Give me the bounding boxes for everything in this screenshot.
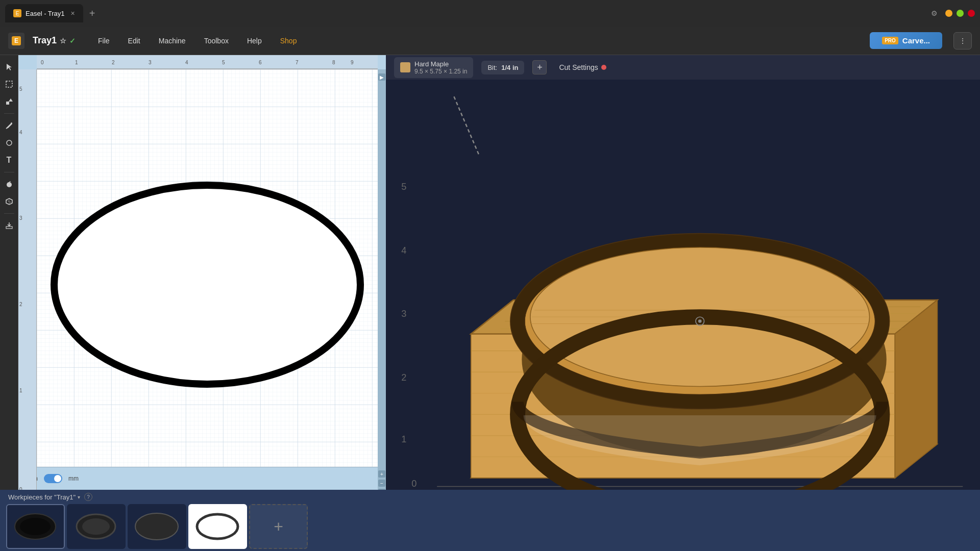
toolbar-separator-2 (4, 172, 14, 172)
tool-circle[interactable] (2, 135, 17, 151)
workpiece-item-2[interactable] (67, 504, 126, 549)
menu-file[interactable]: File (94, 35, 114, 47)
zoom-out-button[interactable]: − (378, 480, 385, 487)
browser-chrome: E Easel - Tray1 × + ⚙ (0, 0, 980, 27)
browser-controls: ⚙ (930, 9, 975, 17)
svg-point-82 (82, 518, 110, 535)
svg-text:5: 5 (401, 181, 406, 192)
svg-text:8: 8 (332, 60, 335, 65)
svg-marker-4 (9, 98, 13, 102)
workpieces-items: + (0, 504, 980, 549)
bit-info[interactable]: Bit: 1/4 in (481, 61, 524, 74)
ruler-vertical: 0 1 2 3 4 5 (18, 69, 37, 500)
tool-pen[interactable] (2, 118, 17, 133)
bit-value: 1/4 in (501, 64, 518, 71)
tab-icon: E (13, 9, 21, 17)
menu-help[interactable]: Help (243, 35, 266, 47)
tab-close-button[interactable]: × (71, 9, 75, 17)
wp2-preview (72, 511, 120, 542)
tool-select[interactable] (2, 77, 17, 92)
svg-text:5: 5 (222, 60, 225, 65)
material-swatch (400, 62, 410, 72)
toolbar-separator-3 (4, 213, 14, 214)
material-name: Hard Maple (414, 60, 467, 68)
svg-point-5 (11, 122, 12, 124)
svg-text:E: E (14, 37, 18, 44)
carve-button[interactable]: PRO Carve... (870, 32, 942, 49)
svg-point-7 (7, 182, 12, 187)
material-info[interactable]: Hard Maple 9.5 × 5.75 × 1.25 in (394, 57, 473, 78)
svg-text:1: 1 (401, 434, 406, 444)
browser-settings-icon[interactable]: ⚙ (930, 9, 938, 17)
svg-point-6 (7, 140, 12, 145)
menu-bar: File Edit Machine Toolbox Help Shop (94, 35, 301, 47)
canvas-divider: ▶ + − ⊡ (378, 69, 386, 500)
check-icon: ✓ (69, 37, 76, 45)
close-button[interactable] (968, 10, 975, 17)
new-tab-button[interactable]: + (85, 6, 100, 21)
svg-text:7: 7 (296, 60, 299, 65)
workpieces-help-icon[interactable]: ? (84, 493, 92, 501)
tab-title: Easel - Tray1 (26, 10, 65, 17)
toolbar-separator-1 (4, 113, 14, 114)
tool-import[interactable] (2, 218, 17, 233)
svg-point-79 (20, 518, 51, 535)
menu-shop[interactable]: Shop (276, 35, 301, 47)
workpieces-arrow[interactable]: ▾ (78, 494, 80, 500)
menu-toolbox[interactable]: Toolbox (200, 35, 233, 47)
svg-text:3: 3 (149, 60, 152, 65)
canvas-bottom-bar: inch mm (18, 467, 378, 490)
svg-rect-11 (6, 227, 12, 229)
cut-settings-indicator (601, 65, 606, 70)
preview-area: Hard Maple 9.5 × 5.75 × 1.25 in Bit: 1/4… (386, 55, 980, 551)
tab-bar: E Easel - Tray1 × + (5, 4, 926, 22)
expand-right-button[interactable]: ▶ (378, 73, 385, 81)
app-bar: E Tray1 ☆ ✓ File Edit Machine Toolbox He… (0, 27, 980, 55)
wp1-preview (11, 511, 60, 542)
add-workpiece-button[interactable]: + (249, 504, 308, 549)
svg-text:2: 2 (19, 302, 22, 307)
minimize-button[interactable] (945, 10, 952, 17)
svg-text:0: 0 (41, 60, 44, 65)
svg-rect-3 (6, 102, 9, 105)
svg-text:6: 6 (259, 60, 262, 65)
tool-cursor[interactable] (2, 59, 17, 74)
workpieces-header: Workpieces for "Tray1" ▾ ? (0, 490, 980, 504)
project-name-text: Tray1 (33, 35, 57, 46)
cut-settings-label: Cut Settings (559, 63, 598, 71)
svg-point-76 (698, 319, 702, 323)
3d-preview[interactable]: 0 1 2 3 4 5 6 7 8 9 10 0 1 2 3 4 5 (386, 80, 980, 520)
zoom-in-button[interactable]: + (378, 470, 385, 478)
workpiece-item-4[interactable] (188, 504, 247, 549)
tool-apple[interactable] (2, 177, 17, 192)
workpiece-item-3[interactable] (128, 504, 186, 549)
svg-text:0: 0 (411, 478, 416, 489)
ruler-horizontal: 0 1 2 3 4 5 6 7 8 9 (37, 55, 378, 69)
unit-toggle[interactable] (44, 474, 62, 483)
svg-text:9: 9 (351, 60, 354, 65)
expand-button[interactable]: ⋮ (953, 32, 972, 49)
main-content: T 0 1 2 3 4 5 6 7 (0, 55, 980, 551)
star-icon[interactable]: ☆ (60, 37, 66, 45)
active-tab[interactable]: E Easel - Tray1 × (5, 4, 83, 22)
svg-text:4: 4 (19, 130, 22, 135)
add-bit-button[interactable]: + (532, 60, 547, 74)
preview-top-bar: Hard Maple 9.5 × 5.75 × 1.25 in Bit: 1/4… (386, 55, 980, 80)
menu-edit[interactable]: Edit (124, 35, 144, 47)
wp3-preview (133, 511, 181, 542)
menu-machine[interactable]: Machine (155, 35, 190, 47)
tool-cube[interactable] (2, 194, 17, 209)
svg-point-31 (54, 185, 360, 384)
maximize-button[interactable] (957, 10, 964, 17)
svg-text:3: 3 (401, 308, 406, 319)
drawing-canvas[interactable] (37, 69, 378, 500)
svg-text:3: 3 (19, 215, 22, 221)
workpieces-label: Workpieces for "Tray1" ▾ (8, 493, 80, 501)
tool-text[interactable]: T (2, 153, 17, 168)
cut-settings-button[interactable]: Cut Settings (559, 63, 606, 71)
tool-shapes[interactable] (2, 94, 17, 109)
workpiece-item-1[interactable] (6, 504, 65, 549)
left-toolbar: T (0, 55, 18, 551)
material-dims: 9.5 × 5.75 × 1.25 in (414, 68, 467, 75)
wp4-preview (193, 511, 242, 542)
